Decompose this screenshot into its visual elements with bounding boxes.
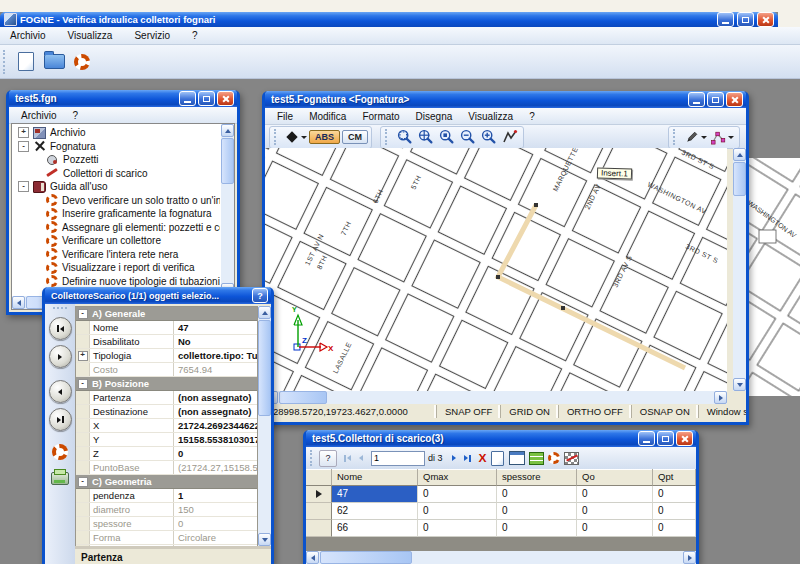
new-file-button[interactable] — [12, 48, 40, 76]
go-first-button[interactable] — [49, 317, 72, 340]
property-value[interactable]: 47 — [173, 321, 257, 334]
toolbar-grip[interactable] — [310, 450, 315, 466]
table-cell[interactable]: 0 — [497, 486, 577, 503]
table-row[interactable]: 47 0 0 0 0 — [306, 486, 696, 503]
table-horizontal-scrollbar[interactable] — [306, 551, 696, 564]
go-last-button[interactable] — [461, 451, 475, 465]
zoom-window-button[interactable] — [394, 128, 415, 147]
column-header[interactable]: Qo — [577, 469, 653, 486]
map-maximize-button[interactable] — [707, 92, 724, 107]
property-row[interactable]: Forma Circolare — [76, 531, 257, 545]
ortho-toggle[interactable]: ORTHO OFF — [558, 405, 631, 418]
go-first-button[interactable] — [340, 451, 354, 465]
tree-item-guide-1[interactable]: Devo verificare un solo tratto o un'inte… — [13, 194, 220, 208]
table-cell[interactable]: 0 — [418, 520, 497, 537]
help-button[interactable] — [68, 48, 96, 76]
table-cell[interactable]: 0 — [497, 520, 577, 537]
property-row[interactable]: pendenza 1 — [76, 489, 257, 503]
record-position-input[interactable] — [371, 451, 425, 466]
table-maximize-button[interactable] — [657, 431, 674, 446]
toolbar-grip[interactable] — [53, 307, 67, 311]
property-category[interactable]: - B) Posizione — [76, 377, 257, 391]
map-menu-disegna[interactable]: Disegna — [408, 110, 461, 123]
property-row[interactable]: Y 15158.5538103017 — [76, 433, 257, 447]
menu-visualizza[interactable]: Visualizza — [64, 29, 123, 42]
delete-record-button[interactable]: X — [479, 452, 487, 465]
main-titlebar[interactable]: FOGNE - Verifica idraulica collettori fo… — [0, 12, 778, 27]
tree-item-guide-7[interactable]: Definire nuove tipologie di tubazioni — [13, 275, 220, 289]
tree-menu-help[interactable]: ? — [65, 109, 87, 122]
scroll-thumb[interactable] — [221, 138, 234, 184]
property-value[interactable]: 21724.2692344622 — [173, 419, 257, 432]
table-cell[interactable]: 0 — [653, 486, 696, 503]
table-cell[interactable]: 0 — [577, 486, 653, 503]
collector-node[interactable] — [534, 203, 538, 207]
property-value[interactable]: 1 — [173, 489, 257, 502]
category-expander[interactable]: - — [78, 379, 88, 389]
print-icon[interactable] — [51, 472, 69, 485]
table-cell[interactable]: 0 — [653, 520, 696, 537]
category-expander[interactable]: - — [78, 477, 88, 487]
table-cell[interactable]: 62 — [332, 503, 418, 520]
property-value[interactable]: 0 — [173, 447, 257, 460]
tree-expander[interactable]: - — [18, 141, 29, 152]
column-header[interactable]: spessore — [497, 469, 577, 486]
help-buoy-icon[interactable] — [52, 444, 68, 460]
table-cell[interactable]: 0 — [418, 503, 497, 520]
properties-titlebar[interactable]: CollettoreScarico (1/1) oggetti selezio.… — [45, 287, 271, 304]
scroll-left-button[interactable] — [306, 551, 319, 564]
osnap-toggle[interactable]: OSNAP ON — [631, 405, 698, 418]
tree-close-button[interactable] — [217, 91, 234, 106]
column-header[interactable]: Nome — [332, 469, 418, 486]
tree-item-guide-4[interactable]: Verificare un collettore — [13, 234, 220, 248]
tree-item-collettori[interactable]: Collettori di scarico — [13, 167, 220, 181]
insert-annotation[interactable]: Insert.1 — [597, 167, 632, 179]
property-value[interactable]: (non assegnato) — [173, 391, 257, 404]
scroll-up-button[interactable] — [221, 124, 234, 137]
map-vertical-scrollbar[interactable] — [733, 148, 746, 391]
property-value[interactable]: No — [173, 335, 257, 348]
restore-button[interactable] — [737, 12, 754, 27]
toolbar-grip[interactable] — [274, 129, 279, 145]
tree-window-titlebar[interactable]: test5.fgn — [9, 90, 237, 107]
scroll-up-button[interactable] — [258, 306, 271, 319]
property-value[interactable]: 15158.5538103017 — [173, 433, 257, 446]
go-previous-button[interactable] — [49, 380, 72, 403]
menu-help[interactable]: ? — [188, 29, 208, 42]
tree-item-guida[interactable]: - Guida all'uso — [13, 180, 220, 194]
go-previous-button[interactable] — [354, 451, 368, 465]
menu-archivio[interactable]: Archivio — [6, 29, 56, 42]
property-row[interactable]: spessore 0 — [76, 517, 257, 531]
scroll-up-button[interactable] — [733, 148, 746, 161]
snap-toggle[interactable]: SNAP OFF — [436, 405, 500, 418]
tree-item-guide-5[interactable]: Verificare l'intera rete nera — [13, 248, 220, 262]
table-cell[interactable]: 0 — [653, 503, 696, 520]
map-menu-modifica[interactable]: Modifica — [301, 110, 354, 123]
collector-node[interactable] — [496, 275, 500, 279]
help-buoy-button[interactable] — [548, 452, 560, 464]
zoom-out-button[interactable] — [457, 128, 478, 147]
tree-maximize-button[interactable] — [198, 91, 215, 106]
table-cell[interactable]: 0 — [577, 503, 653, 520]
collector-node[interactable] — [561, 306, 565, 310]
tree-item-pozzetti[interactable]: Pozzetti — [13, 153, 220, 167]
table-cell[interactable]: 47 — [332, 486, 418, 503]
row-selector-current[interactable] — [306, 486, 332, 503]
go-last-button[interactable] — [49, 408, 72, 431]
table-close-button[interactable] — [676, 431, 693, 446]
table-minimize-button[interactable] — [638, 431, 655, 446]
property-row[interactable]: Disabilitato No — [76, 335, 257, 349]
scroll-thumb[interactable] — [320, 551, 412, 564]
table-help-button[interactable]: ? — [319, 450, 337, 467]
zoom-selected-button[interactable] — [436, 128, 457, 147]
table-cell[interactable]: 66 — [332, 520, 418, 537]
property-expander[interactable]: + — [78, 351, 88, 361]
new-record-button[interactable] — [491, 451, 504, 466]
zoom-previous-button[interactable] — [499, 128, 520, 147]
property-value[interactable]: (non assegnato) — [173, 405, 257, 418]
go-next-button[interactable] — [447, 451, 461, 465]
minimize-button[interactable] — [717, 12, 734, 27]
property-row[interactable]: X 21724.2692344622 — [76, 419, 257, 433]
polyline-edit-button[interactable] — [708, 128, 736, 147]
column-header[interactable]: Qpt — [653, 469, 696, 486]
